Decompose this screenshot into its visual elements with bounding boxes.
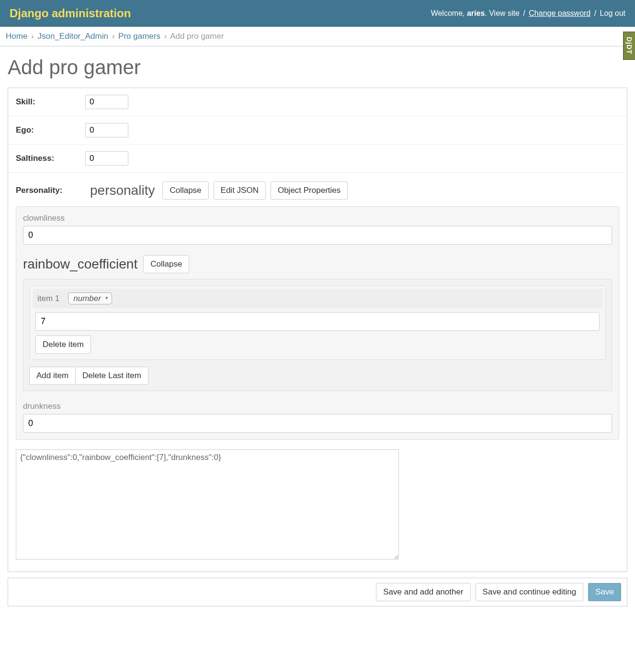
array-item-input[interactable] (35, 312, 600, 331)
add-item-button[interactable]: Add item (29, 367, 76, 385)
label-ego: Ego: (16, 125, 85, 135)
type-select[interactable]: number (68, 292, 112, 304)
breadcrumb-app[interactable]: Json_Editor_Admin (38, 32, 108, 41)
view-site-link[interactable]: View site (489, 9, 520, 17)
raw-json-textarea[interactable] (16, 449, 399, 560)
admin-header: Django administration Welcome, aries. Vi… (0, 0, 635, 27)
json-editor-title: personality (90, 183, 155, 198)
array-controls: Add item Delete Last item (29, 367, 606, 385)
label-personality: Personality: (16, 186, 85, 195)
row-personality: Personality: personality Collapse Edit J… (8, 173, 627, 571)
django-debug-toolbar-handle[interactable]: DjDT (623, 32, 635, 60)
rainbow-header: rainbow_coefficient Collapse (23, 255, 612, 273)
site-title[interactable]: Django administration (10, 7, 131, 20)
array-item: item 1 number Delete item (29, 285, 606, 360)
personality-header: Personality: personality Collapse Edit J… (16, 181, 619, 200)
submit-row: Save and add another Save and continue e… (8, 578, 627, 606)
breadcrumb-home[interactable]: Home (6, 32, 27, 41)
save-continue-button[interactable]: Save and continue editing (476, 583, 584, 601)
delete-item-button[interactable]: Delete item (35, 336, 91, 354)
label-drunkness: drunkness (23, 402, 612, 411)
input-saltiness[interactable] (85, 151, 128, 166)
input-skill[interactable] (85, 95, 128, 109)
row-saltiness: Saltiness: (8, 145, 627, 173)
change-password-link[interactable]: Change password (529, 9, 590, 17)
edit-json-button[interactable]: Edit JSON (214, 181, 266, 200)
user-tools: Welcome, aries. View site / Change passw… (431, 9, 625, 18)
username: aries (467, 9, 485, 17)
save-button[interactable]: Save (588, 583, 621, 601)
label-saltiness: Saltiness: (16, 154, 85, 163)
input-clownliness[interactable] (23, 226, 612, 245)
rainbow-collapse-button[interactable]: Collapse (143, 255, 189, 273)
logout-link[interactable]: Log out (600, 9, 625, 17)
array-item-head: item 1 number (33, 289, 602, 308)
row-skill: Skill: (8, 88, 627, 116)
array-item-label: item 1 (37, 294, 59, 303)
breadcrumb: Home › Json_Editor_Admin › Pro gamers › … (0, 27, 635, 46)
input-ego[interactable] (85, 123, 128, 137)
personality-well: clownliness rainbow_coefficient Collapse… (16, 206, 619, 440)
welcome-text: Welcome, (431, 9, 467, 17)
collapse-button[interactable]: Collapse (162, 181, 208, 200)
delete-last-item-button[interactable]: Delete Last item (75, 367, 148, 385)
type-select-wrap: number (68, 292, 112, 304)
page-title: Add pro gamer (8, 56, 627, 79)
breadcrumb-model[interactable]: Pro gamers (118, 32, 160, 41)
label-skill: Skill: (16, 97, 85, 107)
breadcrumb-current: Add pro gamer (170, 32, 224, 41)
row-ego: Ego: (8, 116, 627, 145)
input-drunkness[interactable] (23, 414, 612, 433)
object-properties-button[interactable]: Object Properties (271, 181, 348, 200)
save-add-another-button[interactable]: Save and add another (376, 583, 470, 601)
rainbow-title: rainbow_coefficient (23, 257, 137, 272)
label-clownliness: clownliness (23, 213, 612, 223)
rainbow-array-well: item 1 number Delete item Add item (23, 279, 612, 391)
form-module: Skill: Ego: Saltiness: Personality: pers… (8, 88, 627, 572)
